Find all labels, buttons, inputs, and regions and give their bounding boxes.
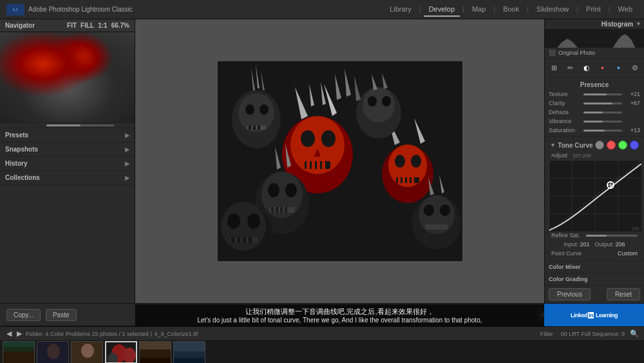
history-label: History [5,160,27,167]
snapshots-arrow: ▶ [125,146,129,153]
previous-button[interactable]: Previous [549,288,591,300]
paste-button[interactable]: Paste [46,309,77,321]
nav-item-library[interactable]: Library [384,3,417,17]
svg-rect-101 [140,358,171,364]
color-mixer-label[interactable]: Color Mixer [549,264,581,270]
left-panel: Navigator FIT FILL 1:1 66.7% [0,19,135,303]
black-tone-slider[interactable] [46,124,114,126]
tool-fx[interactable]: ⚙ [629,61,640,74]
nav-1to1[interactable]: 1:1 [98,22,107,29]
nav-item-book[interactable]: Book [498,3,524,17]
presets-header[interactable]: Presets ▶ [0,128,135,142]
filmstrip-filter-label: Filter [540,331,553,337]
tool-detail[interactable]: ● [613,61,624,74]
reset-button[interactable]: Reset [607,288,640,300]
vibrance-row: Vibrance [545,117,644,126]
output-value: 206 [616,241,625,248]
subtitle-bar: 让我们稍微调整一下音调曲线吧,完成之后,看起来效果很好， Let's do ju… [135,304,544,326]
tc-icon-red[interactable] [607,141,616,150]
saturation-slider[interactable] [583,130,622,132]
skull-scene [218,61,462,261]
tool-brush[interactable]: ✏ [565,61,576,74]
svg-point-94 [81,344,94,358]
saturation-label: Saturation [549,127,581,133]
svg-text:0: 0 [551,226,553,231]
expand-icon[interactable]: ▼ [636,21,641,28]
filmstrip: ◀ ▶ Folder: 4 Color Problems 15 photos /… [0,326,644,363]
original-photo-label: Original Photo [558,50,595,56]
subtitle-english: Let's do just a little bit of tonal curv… [140,317,539,324]
dehaze-slider[interactable] [583,112,622,113]
nav-menu: Library | Develop | Map | Book | Slidesh… [384,3,638,17]
navigator-thumbnail [0,32,135,123]
tool-crop[interactable]: ⊞ [549,61,560,74]
main-photo [218,61,462,261]
main-area: Navigator FIT FILL 1:1 66.7% [0,19,644,303]
dehaze-label: Dehaze [549,109,581,115]
nav-item-map[interactable]: Map [467,3,491,17]
tool-color[interactable]: ● [597,61,608,74]
nav-item-web[interactable]: Web [613,3,638,17]
right-panel: Histogram ▼ ⬛ Original Photo ⊞ ✏ ◐ ● ● ⚙ [544,19,644,303]
nav-fit[interactable]: FIT [67,22,77,29]
film-thumb-1[interactable] [3,341,35,363]
nav-item-slideshow[interactable]: Slideshow [531,3,574,17]
dehaze-row: Dehaze [545,108,644,117]
linkedin-in: in [588,312,594,319]
nav-fill[interactable]: FILL [80,22,94,29]
color-grading-label[interactable]: Color Grading [549,276,588,282]
filmstrip-toolbar: ◀ ▶ Folder: 4 Color Problems 15 photos /… [0,327,644,341]
copy-button[interactable]: Copy... [6,309,41,321]
snapshots-section: Snapshots ▶ [0,142,135,157]
svg-rect-104 [174,358,205,364]
svg-text:100: 100 [632,226,639,231]
app-title: Adobe Photoshop Lightroom Classic [28,6,133,13]
navigator-header: Navigator FIT FILL 1:1 66.7% [0,19,135,32]
linkedin-text: Linkedin Learning [571,312,618,319]
film-thumb-2[interactable] [37,341,69,363]
input-output-row: Input: 201 Output: 206 [547,240,641,249]
tc-expand-icon[interactable]: ▼ [550,142,556,148]
tone-curve-graph[interactable]: 0 100 [549,160,641,231]
tc-icon-blue[interactable] [630,141,639,150]
filmstrip-next-btn[interactable]: ▶ [15,329,23,338]
collections-arrow: ▶ [125,175,129,181]
navigator-thumb-image [0,32,135,123]
input-label: Input: 201 [564,241,589,248]
tc-icons [595,141,639,150]
refine-sat-row: Refine Sat. [547,231,641,240]
history-header[interactable]: History ▶ [0,157,135,170]
tool-tone[interactable]: ◐ [581,61,592,74]
thumb-svg-1 [3,342,35,364]
film-thumb-5[interactable] [139,341,171,363]
tc-icon-green[interactable] [618,141,627,150]
clarity-label: Clarity [549,100,581,106]
film-thumb-6[interactable] [173,341,205,363]
presence-section: Presence Texture +21 Clarity +67 Dehaze [545,77,644,136]
clarity-slider[interactable] [583,103,622,104]
nav-item-develop[interactable]: Develop [424,3,460,17]
collections-header[interactable]: Collections ▶ [0,171,135,184]
point-curve-label: Point Curve [551,250,582,257]
texture-slider[interactable] [583,93,622,95]
film-thumb-4[interactable] [105,341,137,363]
film-thumb-3[interactable] [71,341,103,363]
history-section: History ▶ [0,157,135,171]
refine-sat-label: Refine Sat. [551,232,583,239]
svg-rect-89 [3,351,35,364]
curve-point-coords: 207,206 [573,153,591,159]
collections-label: Collections [5,174,40,181]
thumb-svg-4 [106,342,137,364]
snapshots-header[interactable]: Snapshots ▶ [0,142,135,156]
nav-zoom[interactable]: 66.7% [111,22,129,29]
filmstrip-prev-btn[interactable]: ◀ [5,329,13,338]
refine-sat-slider[interactable] [586,235,638,237]
nav-item-print[interactable]: Print [581,3,606,17]
tone-curve-label: Tone Curve [558,142,592,149]
svg-point-97 [123,348,136,363]
filmstrip-search-icon[interactable]: 🔍 [630,329,639,338]
point-curve-value: Custom [618,250,638,257]
tc-icon-gray[interactable] [595,141,604,150]
vibrance-slider[interactable] [583,121,622,123]
filmstrip-lrt-label: 00 LRT Full Sequence: 9 [561,331,625,337]
